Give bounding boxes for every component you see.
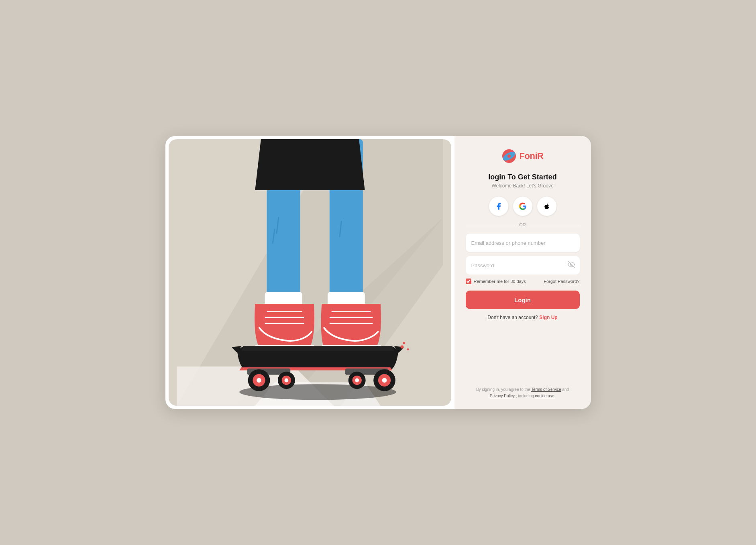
divider: OR bbox=[466, 222, 580, 227]
remember-row: Remember me for 30 days Forgot Password? bbox=[466, 279, 580, 284]
svg-point-19 bbox=[257, 378, 261, 383]
privacy-policy-link[interactable]: Privacy Policy bbox=[490, 394, 515, 398]
terms-of-service-link[interactable]: Terms of Service bbox=[531, 387, 561, 392]
divider-line-right bbox=[529, 225, 580, 225]
logo-text: FoniR bbox=[520, 151, 544, 161]
svg-point-30 bbox=[400, 346, 403, 349]
svg-point-25 bbox=[355, 378, 359, 382]
signup-link[interactable]: Sign Up bbox=[539, 315, 557, 320]
remember-checkbox[interactable] bbox=[466, 279, 471, 284]
email-input[interactable] bbox=[466, 234, 580, 252]
svg-point-22 bbox=[284, 378, 288, 382]
login-title: login To Get Started bbox=[488, 173, 557, 181]
divider-text: OR bbox=[519, 222, 526, 227]
svg-point-28 bbox=[382, 378, 387, 383]
social-buttons bbox=[489, 197, 556, 216]
svg-point-38 bbox=[507, 155, 511, 158]
google-button[interactable] bbox=[513, 197, 532, 216]
remember-left: Remember me for 30 days bbox=[466, 279, 526, 284]
signup-text: Don't have an account? bbox=[487, 315, 538, 320]
svg-point-29 bbox=[239, 384, 396, 400]
facebook-button[interactable] bbox=[489, 197, 508, 216]
illustration-panel bbox=[169, 139, 451, 406]
remember-label: Remember me for 30 days bbox=[474, 279, 526, 284]
terms-text: By signing in, you agree to the Terms of… bbox=[476, 386, 569, 399]
svg-point-31 bbox=[403, 342, 405, 344]
login-card: FoniR login To Get Started Welcome Back!… bbox=[165, 136, 591, 409]
divider-line-left bbox=[466, 225, 516, 225]
logo-area: FoniR bbox=[502, 149, 544, 163]
login-button[interactable]: Login bbox=[466, 291, 580, 309]
cookie-use-link[interactable]: cookie use. bbox=[535, 394, 556, 398]
eye-icon[interactable] bbox=[568, 261, 575, 270]
signup-row: Don't have an account? Sign Up bbox=[487, 315, 557, 320]
forgot-password-link[interactable]: Forgot Password? bbox=[544, 279, 579, 284]
password-input[interactable] bbox=[466, 256, 580, 275]
svg-point-32 bbox=[407, 348, 409, 350]
login-panel: FoniR login To Get Started Welcome Back!… bbox=[454, 136, 591, 409]
password-wrapper bbox=[466, 256, 580, 275]
apple-button[interactable] bbox=[537, 197, 556, 216]
login-subtitle: Welcome Back! Let's Groove bbox=[491, 183, 553, 189]
logo-icon bbox=[502, 149, 516, 163]
